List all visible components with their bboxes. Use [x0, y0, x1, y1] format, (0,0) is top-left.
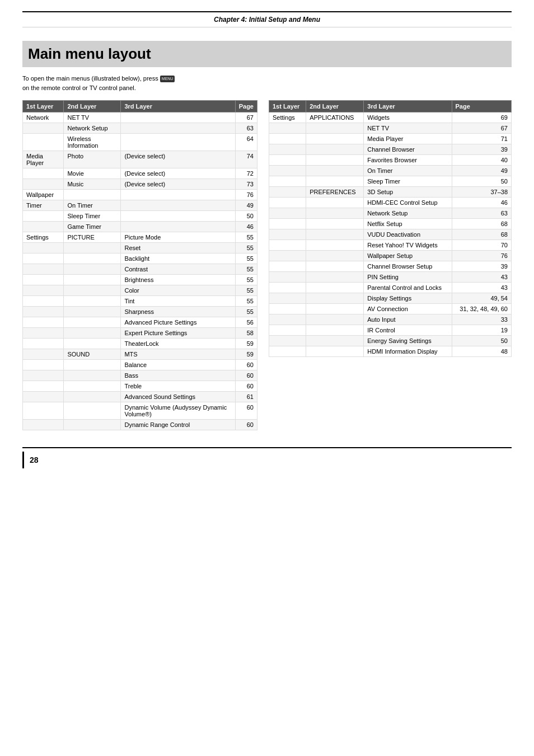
- table-row: Channel Browser Setup39: [269, 261, 512, 272]
- table-row: Channel Browser39: [269, 144, 512, 155]
- table-row: Parental Control and Locks43: [269, 283, 512, 293]
- table-row: SOUNDMTS59: [23, 349, 257, 360]
- table-row: On Timer49: [269, 166, 512, 176]
- table-row: Auto Input33: [269, 314, 512, 325]
- table-row: SettingsPICTUREPicture Mode55: [23, 232, 257, 243]
- left-col2-header: 2nd Layer: [64, 101, 121, 112]
- table-row: Color55: [23, 285, 257, 296]
- table-row: Tint55: [23, 296, 257, 307]
- table-row: Dynamic Range Control60: [23, 420, 257, 430]
- table-row: Advanced Sound Settings61: [23, 392, 257, 402]
- chapter-header: Chapter 4: Initial Setup and Menu: [22, 11, 512, 27]
- table-row: NetworkNET TV67: [23, 112, 257, 123]
- table-row: Netflix Setup68: [269, 219, 512, 229]
- menu-icon: MENU: [160, 76, 175, 83]
- content-area: 1st Layer 2nd Layer 3rd Layer Page Netwo…: [22, 100, 512, 430]
- page-title: Main menu layout: [22, 41, 512, 67]
- table-row: Wallpaper76: [23, 190, 257, 200]
- left-col4-header: Page: [235, 101, 257, 112]
- table-row: Bass60: [23, 370, 257, 381]
- table-row: Brightness55: [23, 275, 257, 285]
- left-table-container: 1st Layer 2nd Layer 3rd Layer Page Netwo…: [22, 100, 257, 430]
- table-row: Backlight55: [23, 253, 257, 264]
- table-row: Sleep Timer50: [23, 211, 257, 222]
- intro-text-part2: on the remote control or TV control pane…: [22, 84, 136, 91]
- table-row: Movie(Device select)72: [23, 168, 257, 179]
- table-row: Treble60: [23, 381, 257, 392]
- table-row: Advanced Picture Settings56: [23, 317, 257, 328]
- table-row: AV Connection31, 32, 48, 49, 60: [269, 304, 512, 314]
- right-col4-header: Page: [452, 101, 511, 112]
- table-row: NET TV67: [269, 123, 512, 134]
- right-table-header-row: 1st Layer 2nd Layer 3rd Layer Page: [269, 101, 512, 112]
- table-row: HDMI Information Display48: [269, 346, 512, 357]
- table-row: Music(Device select)73: [23, 179, 257, 190]
- page-footer: 28: [22, 447, 512, 468]
- table-row: PREFERENCES3D Setup37–38: [269, 187, 512, 198]
- table-row: SettingsAPPLICATIONSWidgets69: [269, 112, 512, 123]
- right-table: 1st Layer 2nd Layer 3rd Layer Page Setti…: [269, 100, 512, 357]
- footer-line: [22, 452, 24, 468]
- table-row: Balance60: [23, 360, 257, 370]
- table-row: PIN Setting43: [269, 272, 512, 283]
- intro-text-part1: To open the main menus (illustrated belo…: [22, 75, 158, 82]
- table-row: HDMI-CEC Control Setup46: [269, 198, 512, 208]
- table-row: Media Player71: [269, 134, 512, 144]
- table-row: Energy Saving Settings50: [269, 336, 512, 346]
- table-row: Game Timer46: [23, 222, 257, 232]
- table-row: Wallpaper Setup76: [269, 251, 512, 261]
- right-col1-header: 1st Layer: [269, 101, 306, 112]
- right-col2-header: 2nd Layer: [306, 101, 364, 112]
- table-row: Network Setup63: [23, 123, 257, 134]
- left-table-header-row: 1st Layer 2nd Layer 3rd Layer Page: [23, 101, 257, 112]
- table-row: Wireless Information64: [23, 134, 257, 151]
- table-row: Sleep Timer50: [269, 176, 512, 187]
- page: Chapter 4: Initial Setup and Menu Main m…: [0, 0, 534, 756]
- table-row: VUDU Deactivation68: [269, 229, 512, 240]
- intro-text: To open the main menus (illustrated belo…: [22, 74, 512, 92]
- right-col3-header: 3rd Layer: [364, 101, 452, 112]
- table-row: Network Setup63: [269, 208, 512, 219]
- right-table-container: 1st Layer 2nd Layer 3rd Layer Page Setti…: [269, 100, 512, 357]
- table-row: Sharpness55: [23, 307, 257, 317]
- table-row: Media PlayerPhoto(Device select)74: [23, 151, 257, 168]
- table-row: Reset55: [23, 243, 257, 253]
- left-col1-header: 1st Layer: [23, 101, 64, 112]
- chapter-title: Chapter 4: Initial Setup and Menu: [214, 16, 320, 24]
- table-row: Contrast55: [23, 264, 257, 275]
- left-col3-header: 3rd Layer: [121, 101, 235, 112]
- table-row: TheaterLock59: [23, 339, 257, 349]
- table-row: TimerOn Timer49: [23, 200, 257, 211]
- table-row: Favorites Browser40: [269, 155, 512, 166]
- table-row: Expert Picture Settings58: [23, 328, 257, 339]
- page-number: 28: [30, 456, 39, 464]
- table-row: Reset Yahoo! TV Widgets70: [269, 240, 512, 251]
- table-row: Display Settings49, 54: [269, 293, 512, 304]
- table-row: Dynamic Volume (Audyssey Dynamic Volume®…: [23, 402, 257, 420]
- left-table: 1st Layer 2nd Layer 3rd Layer Page Netwo…: [22, 100, 257, 430]
- table-row: IR Control19: [269, 325, 512, 336]
